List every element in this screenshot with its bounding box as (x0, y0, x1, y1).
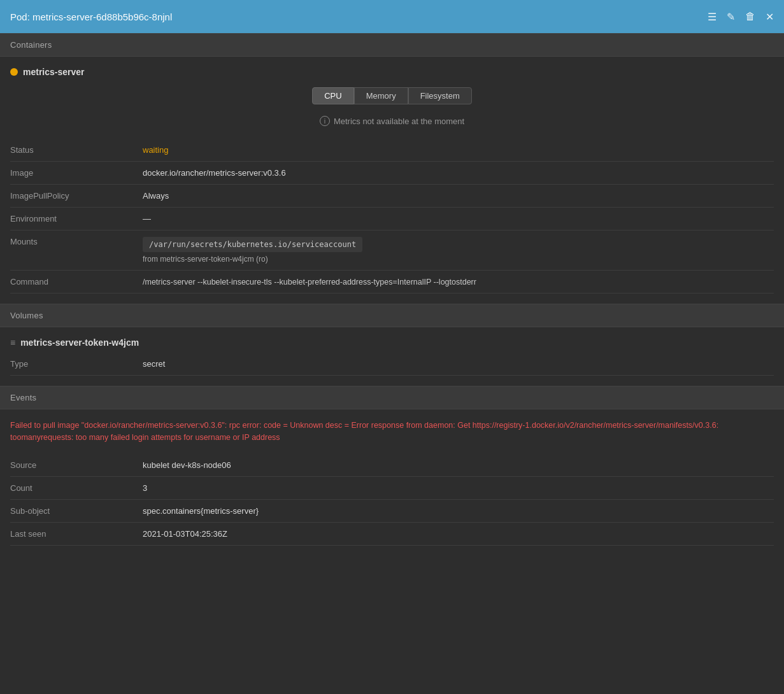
volumes-section: ≡ metrics-server-token-w4jcm Type secret (0, 327, 784, 386)
field-type: Type secret (10, 353, 774, 376)
field-subobject-value: spec.containers{metrics-server} (138, 499, 774, 522)
field-mounts-value: /var/run/secrets/kubernetes.io/serviceac… (138, 230, 774, 271)
field-command-label: Command (10, 271, 138, 294)
list-icon[interactable]: ☰ (708, 11, 716, 23)
header-actions: ☰ ✎ 🗑 ✕ (708, 11, 774, 23)
volume-name-row: ≡ metrics-server-token-w4jcm (10, 337, 774, 348)
field-source-label: Source (10, 454, 138, 477)
volume-icon: ≡ (10, 337, 15, 348)
field-source-value: kubelet dev-k8s-node06 (138, 454, 774, 477)
containers-section-header: Containers (0, 33, 784, 57)
tab-filesystem[interactable]: Filesystem (408, 87, 472, 104)
field-mounts: Mounts /var/run/secrets/kubernetes.io/se… (10, 230, 774, 271)
field-image-value: docker.io/rancher/metrics-server:v0.3.6 (138, 162, 774, 185)
field-environment: Environment — (10, 208, 774, 230)
field-type-value: secret (138, 353, 774, 376)
field-lastseen: Last seen 2021-01-03T04:25:36Z (10, 522, 774, 545)
field-command: Command /metrics-server --kubelet-insecu… (10, 271, 774, 294)
tab-cpu[interactable]: CPU (312, 87, 353, 104)
events-section: Failed to pull image "docker.io/rancher/… (0, 409, 784, 556)
field-imagepullpolicy-label: ImagePullPolicy (10, 185, 138, 208)
volume-details-table: Type secret (10, 353, 774, 376)
metrics-tabs: CPU Memory Filesystem (10, 87, 774, 104)
events-section-header: Events (0, 386, 784, 409)
container-details-table: Status waiting Image docker.io/rancher/m… (10, 139, 774, 294)
volumes-section-header: Volumes (0, 304, 784, 327)
field-type-label: Type (10, 353, 138, 376)
field-count: Count 3 (10, 476, 774, 499)
container-status-dot (10, 68, 18, 76)
field-image: Image docker.io/rancher/metrics-server:v… (10, 162, 774, 185)
tab-memory[interactable]: Memory (354, 87, 408, 104)
field-imagepullpolicy-value: Always (138, 185, 774, 208)
field-subobject: Sub-object spec.containers{metrics-serve… (10, 499, 774, 522)
window-title: Pod: metrics-server-6d88b5b96c-8njnl (10, 11, 172, 22)
container-name-row: metrics-server (10, 67, 774, 77)
field-image-label: Image (10, 162, 138, 185)
edit-icon[interactable]: ✎ (727, 11, 735, 23)
close-icon[interactable]: ✕ (766, 11, 774, 23)
mount-path: /var/run/secrets/kubernetes.io/serviceac… (143, 237, 362, 252)
field-imagepullpolicy: ImagePullPolicy Always (10, 185, 774, 208)
volume-name: metrics-server-token-w4jcm (20, 337, 139, 348)
field-count-value: 3 (138, 476, 774, 499)
field-lastseen-value: 2021-01-03T04:25:36Z (138, 522, 774, 545)
container-section: metrics-server CPU Memory Filesystem i M… (0, 57, 784, 304)
field-command-value: /metrics-server --kubelet-insecure-tls -… (138, 271, 774, 294)
metrics-notice-text: Metrics not available at the moment (334, 117, 464, 126)
field-mounts-label: Mounts (10, 230, 138, 271)
window-header: Pod: metrics-server-6d88b5b96c-8njnl ☰ ✎… (0, 0, 784, 33)
field-subobject-label: Sub-object (10, 499, 138, 522)
field-environment-label: Environment (10, 208, 138, 230)
metrics-notice: i Metrics not available at the moment (10, 116, 774, 126)
mount-from: from metrics-server-token-w4jcm (ro) (143, 255, 769, 264)
field-lastseen-label: Last seen (10, 522, 138, 545)
field-status-value: waiting (138, 139, 774, 162)
event-error-message: Failed to pull image "docker.io/rancher/… (10, 420, 774, 444)
field-count-label: Count (10, 476, 138, 499)
field-status: Status waiting (10, 139, 774, 162)
container-name: metrics-server (23, 67, 85, 77)
field-source: Source kubelet dev-k8s-node06 (10, 454, 774, 477)
event-details-table: Source kubelet dev-k8s-node06 Count 3 Su… (10, 454, 774, 546)
field-environment-value: — (138, 208, 774, 230)
delete-icon[interactable]: 🗑 (745, 11, 755, 22)
field-status-label: Status (10, 139, 138, 162)
info-icon: i (320, 116, 330, 126)
